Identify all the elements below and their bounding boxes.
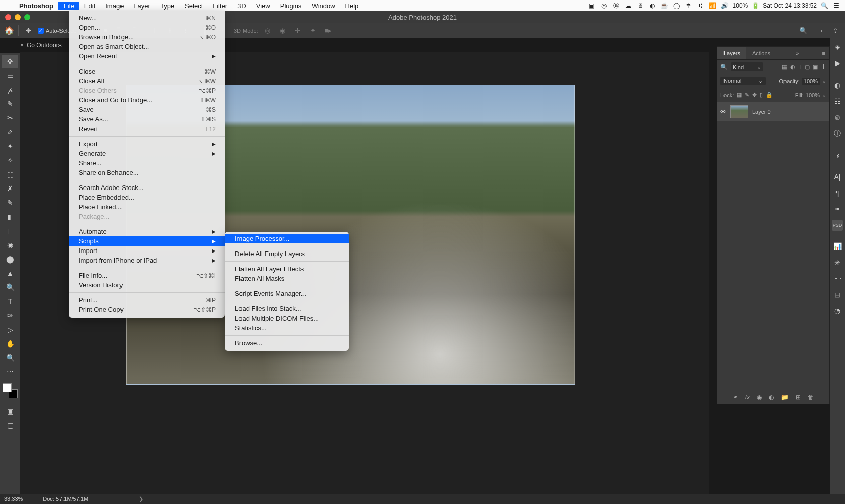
menu-item[interactable]: Generate▶ xyxy=(69,149,225,158)
color-icon[interactable]: ◐ xyxy=(832,80,843,91)
histogram-icon[interactable]: 📊 xyxy=(832,241,843,252)
status-icon[interactable]: ◎ xyxy=(599,2,609,9)
blend-mode-dropdown[interactable]: Normal ⌄ xyxy=(720,77,766,85)
menu-help[interactable]: Help xyxy=(340,2,364,10)
fill-arrow-icon[interactable]: ⌄ xyxy=(822,92,826,98)
layers-icon[interactable]: ◈ xyxy=(832,41,843,52)
nav-icon[interactable]: ✳ xyxy=(832,257,843,268)
menu-select[interactable]: Select xyxy=(179,2,208,10)
menu-item[interactable]: Statistics... xyxy=(225,323,349,333)
blur-tool[interactable]: ◉ xyxy=(2,239,18,251)
swatch-icon[interactable]: ◔ xyxy=(832,305,843,317)
menu-3d[interactable]: 3D xyxy=(232,2,251,10)
menu-edit[interactable]: Edit xyxy=(79,2,100,10)
menu-item[interactable]: Close All⌥⌘W xyxy=(69,76,225,86)
search-icon[interactable]: 🔍 xyxy=(720,64,728,70)
fx-icon[interactable]: fx xyxy=(745,394,750,401)
menu-item[interactable]: Print One Copy⌥⇧⌘P xyxy=(69,305,225,314)
maximize-window[interactable] xyxy=(24,14,30,20)
filter-type-icon[interactable]: T xyxy=(798,64,802,70)
select-tool[interactable]: ▷ xyxy=(2,324,18,336)
menu-item[interactable]: Import▶ xyxy=(69,246,225,256)
3d-icon[interactable]: ◎ xyxy=(262,25,273,36)
eraser-tool[interactable]: ◧ xyxy=(2,211,18,223)
paragraph-icon[interactable]: A| xyxy=(832,171,843,182)
volume-icon[interactable]: 🔊 xyxy=(720,2,730,9)
menu-item[interactable]: Image Processor... xyxy=(225,234,349,243)
info-icon[interactable]: ⓘ xyxy=(832,128,843,139)
type-tool[interactable]: 🔍 xyxy=(2,281,18,293)
wand-tool[interactable]: ✎ xyxy=(2,98,18,110)
menu-item[interactable]: Share... xyxy=(69,158,225,168)
kind-dropdown[interactable]: Kind⌄ xyxy=(731,62,763,71)
layer-thumbnail[interactable] xyxy=(730,105,748,118)
menu-item[interactable]: Browse... xyxy=(225,338,349,348)
document-tab[interactable]: × Go Outdoors xyxy=(20,38,62,52)
status-icon[interactable]: ⓐ xyxy=(612,2,621,10)
menu-item[interactable]: Place Linked... xyxy=(69,202,225,212)
status-icon[interactable]: ▣ xyxy=(587,2,596,9)
pen-tool[interactable]: ▲ xyxy=(2,267,18,279)
menu-item[interactable]: Load Files into Stack... xyxy=(225,304,349,313)
menu-item[interactable]: Automate▶ xyxy=(69,227,225,236)
gradient-tool[interactable]: ▤ xyxy=(2,225,18,237)
adjustments-icon[interactable]: ☷ xyxy=(832,96,843,107)
menu-item[interactable]: Close and Go to Bridge...⇧⌘W xyxy=(69,95,225,105)
menu-item[interactable]: Scripts▶ xyxy=(69,236,225,246)
quickmask-tool[interactable]: ▣ xyxy=(2,405,18,417)
move-tool-icon[interactable]: ✥ xyxy=(23,25,34,36)
screenmode-tool[interactable]: ▢ xyxy=(2,419,18,431)
menu-item[interactable]: Import from iPhone or iPad▶ xyxy=(69,256,225,265)
menu-type[interactable]: Type xyxy=(155,2,179,10)
move-tool[interactable]: ✥ xyxy=(2,55,18,68)
menu-image[interactable]: Image xyxy=(100,2,129,10)
brush-tool[interactable]: ✧ xyxy=(2,154,18,166)
cloud-icon[interactable]: ☁ xyxy=(624,2,633,9)
menu-plugins[interactable]: Plugins xyxy=(275,2,307,10)
menu-item[interactable]: Close⌘W xyxy=(69,67,225,76)
menu-item[interactable]: Open Recent▶ xyxy=(69,51,225,61)
menu-item[interactable]: Print...⌘P xyxy=(69,295,225,305)
menu-item[interactable]: Search Adobe Stock... xyxy=(69,183,225,193)
menu-file[interactable]: File xyxy=(58,2,79,10)
menu-item[interactable]: Browse in Bridge...⌥⌘O xyxy=(69,32,225,42)
text-tool[interactable]: T xyxy=(2,295,18,307)
menu-item[interactable]: Load Multiple DICOM Files... xyxy=(225,313,349,323)
lock-all-icon[interactable]: 🔒 xyxy=(766,92,773,98)
wifi-icon[interactable]: 📶 xyxy=(708,2,717,9)
lock-brush-icon[interactable]: ✎ xyxy=(745,92,749,98)
status-icon[interactable]: ⑆ xyxy=(696,2,705,9)
psd-icon[interactable]: PSD xyxy=(832,220,843,231)
crop-tool[interactable]: ✂ xyxy=(2,112,18,124)
menu-item[interactable]: Share on Behance... xyxy=(69,168,225,177)
minimize-window[interactable] xyxy=(15,14,21,20)
menu-layer[interactable]: Layer xyxy=(129,2,155,10)
spotlight-icon[interactable]: 🔍 xyxy=(820,2,829,9)
menu-item[interactable]: Flatten All Layer Effects xyxy=(225,264,349,274)
dodge-tool[interactable]: ⬤ xyxy=(2,253,18,265)
auto-select-checkbox[interactable]: ✓ xyxy=(38,28,44,34)
path-tool[interactable]: ✑ xyxy=(2,309,18,322)
layer-row[interactable]: 👁 Layer 0 xyxy=(717,102,829,121)
glyph-icon[interactable]: ¶ xyxy=(832,187,843,199)
history-brush-tool[interactable]: ✎ xyxy=(2,197,18,209)
lock-transparency-icon[interactable]: ▦ xyxy=(737,92,742,98)
close-window[interactable] xyxy=(5,14,11,20)
expand-icon[interactable]: » xyxy=(792,47,803,59)
lock-position-icon[interactable]: ✥ xyxy=(752,92,757,98)
status-icon[interactable]: ☂ xyxy=(684,2,693,9)
group-icon[interactable]: 📁 xyxy=(781,394,789,401)
filter-pixel-icon[interactable]: ▦ xyxy=(782,64,787,70)
status-icon[interactable]: ◐ xyxy=(648,2,657,9)
share-icon[interactable]: ⇪ xyxy=(830,25,841,36)
menu-item[interactable]: Place Embedded... xyxy=(69,193,225,202)
3d-icon[interactable]: ✢ xyxy=(292,25,304,36)
link-layers-icon[interactable]: ⚭ xyxy=(733,394,738,401)
menu-item[interactable]: File Info...⌥⇧⌘I xyxy=(69,271,225,280)
menu-item[interactable]: Delete All Empty Layers xyxy=(225,249,349,259)
menu-item[interactable]: New...⌘N xyxy=(69,13,225,23)
search-icon[interactable]: 🔍 xyxy=(798,25,809,36)
close-tab-icon[interactable]: × xyxy=(20,42,24,49)
3d-icon[interactable]: ✦ xyxy=(308,25,319,36)
status-icon[interactable]: ☕ xyxy=(660,2,669,9)
